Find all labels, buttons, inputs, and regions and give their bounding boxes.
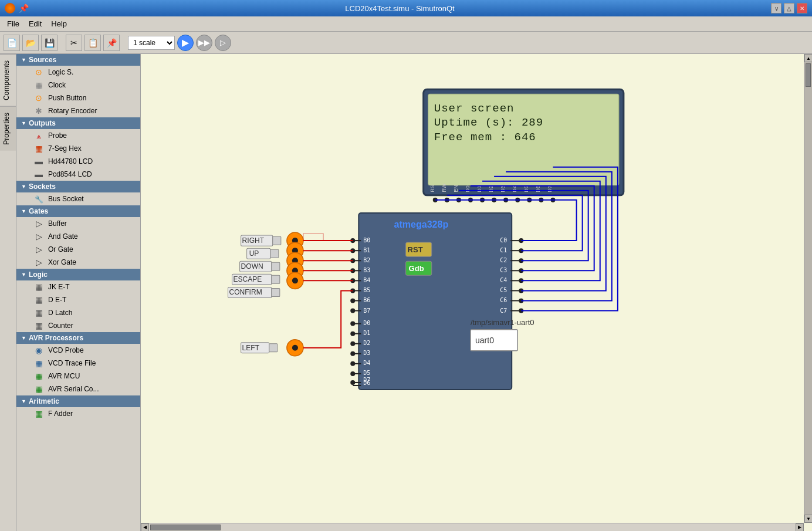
category-gates[interactable]: Gates <box>16 205 140 217</box>
svg-point-61 <box>350 309 355 313</box>
vscroll-track[interactable] <box>804 62 812 515</box>
svg-text:RS: RS <box>429 185 435 192</box>
svg-rect-107 <box>273 236 281 245</box>
svg-text:C6: C6 <box>500 297 507 303</box>
svg-text:D4: D4 <box>363 360 370 366</box>
svg-point-69 <box>350 351 355 356</box>
category-avr[interactable]: AVR Processors <box>16 332 140 344</box>
svg-text:D0: D0 <box>363 320 370 326</box>
separator2 <box>122 35 126 51</box>
svg-text:EN: EN <box>453 185 459 192</box>
svg-rect-122 <box>269 344 278 352</box>
app-icon <box>5 3 15 13</box>
item-push-button[interactable]: Push Button <box>16 92 140 104</box>
and-icon <box>33 232 45 241</box>
svg-text:atmega328p: atmega328p <box>394 219 449 229</box>
item-avr-mcu[interactable]: AVR MCU <box>16 370 140 383</box>
save-button[interactable]: 💾 <box>41 35 57 51</box>
window-title: LCD20x4Test.simu - SimutronQt <box>29 4 771 13</box>
vscroll-thumb[interactable] <box>806 63 811 87</box>
item-logic-s[interactable]: Logic S. <box>16 66 140 79</box>
item-rotary-encoder[interactable]: Rotary Encoder <box>16 104 140 117</box>
item-counter[interactable]: Counter <box>16 319 140 332</box>
svg-point-67 <box>350 341 355 346</box>
svg-text:B5: B5 <box>363 287 370 293</box>
minimize-button[interactable]: ∨ <box>771 3 781 13</box>
new-button[interactable]: 📄 <box>4 35 20 51</box>
item-or-gate[interactable]: Or Gate <box>16 243 140 256</box>
svg-text:CONFIRM: CONFIRM <box>229 288 262 296</box>
svg-point-65 <box>350 332 355 336</box>
item-clock[interactable]: Clock <box>16 79 140 92</box>
svg-text:B1: B1 <box>363 247 370 253</box>
scale-selector[interactable]: 1 scale 2 scale 0.5 scale <box>128 36 175 50</box>
item-vcd-probe[interactable]: VCD Probe <box>16 344 140 357</box>
item-avr-serial[interactable]: AVR Serial Co... <box>16 383 140 395</box>
hscroll-right[interactable]: ▶ <box>796 523 804 532</box>
f-adder-icon <box>33 409 45 418</box>
svg-rect-113 <box>272 262 280 270</box>
svg-point-132 <box>292 278 298 283</box>
step-button[interactable]: ▶▶ <box>196 35 212 51</box>
item-and-gate[interactable]: And Gate <box>16 230 140 243</box>
cut-button[interactable]: ✂ <box>66 35 82 51</box>
svg-rect-28 <box>358 213 512 390</box>
component-panel: Sources Logic S. Clock Push Button Rotar… <box>16 54 141 531</box>
xor-icon <box>33 258 45 267</box>
menubar: File Edit Help <box>0 16 812 32</box>
svg-text:B7: B7 <box>363 307 370 314</box>
play-button[interactable]: ▶ <box>177 35 194 51</box>
maximize-button[interactable]: △ <box>784 3 794 13</box>
item-d-et[interactable]: D E-T <box>16 293 140 306</box>
stop-button[interactable]: ▷ <box>215 35 231 51</box>
tab-properties[interactable]: Properties <box>0 106 16 151</box>
svg-text:C0: C0 <box>500 237 507 243</box>
avr-serial-icon <box>33 384 45 394</box>
menu-file[interactable]: File <box>2 18 24 29</box>
vertical-scrollbar[interactable]: ▲ ▼ <box>804 54 812 523</box>
svg-text:uart0: uart0 <box>475 336 494 345</box>
category-sources[interactable]: Sources <box>16 54 140 66</box>
hscroll-left[interactable]: ◀ <box>141 523 149 532</box>
category-sockets[interactable]: Sockets <box>16 181 140 192</box>
item-probe[interactable]: Probe <box>16 129 140 142</box>
item-7seg-hex[interactable]: 7-Seg Hex <box>16 142 140 155</box>
menu-help[interactable]: Help <box>46 18 72 29</box>
open-button[interactable]: 📂 <box>22 35 39 51</box>
item-pcd8544[interactable]: Pcd8544 LCD <box>16 168 140 181</box>
svg-text:D1: D1 <box>476 185 482 192</box>
item-vcd-trace[interactable]: VCD Trace File <box>16 357 140 370</box>
horizontal-scrollbar[interactable]: ◀ ▶ <box>141 523 804 531</box>
svg-text:D7: D7 <box>363 377 370 383</box>
item-f-adder[interactable]: F Adder <box>16 407 140 420</box>
menu-edit[interactable]: Edit <box>24 18 46 29</box>
svg-text:ESCAPE: ESCAPE <box>234 275 262 283</box>
svg-text:D5: D5 <box>523 185 529 192</box>
category-logic[interactable]: Logic <box>16 269 140 280</box>
svg-rect-119 <box>272 288 280 296</box>
tab-components[interactable]: Components <box>0 54 16 106</box>
hscroll-track[interactable] <box>149 523 796 532</box>
svg-text:D0: D0 <box>465 185 471 192</box>
vcd-trace-icon <box>33 358 45 368</box>
vscroll-down[interactable]: ▼ <box>804 515 812 523</box>
item-bus-socket[interactable]: Bus Socket <box>16 192 140 205</box>
svg-text:LEFT: LEFT <box>242 344 260 352</box>
rotary-icon <box>33 106 45 116</box>
item-buffer[interactable]: Buffer <box>16 217 140 230</box>
svg-text:B0: B0 <box>363 237 370 243</box>
item-d-latch[interactable]: D Latch <box>16 306 140 319</box>
canvas-area[interactable]: User screen Uptime (s): 289 Free mem : 6… <box>141 54 812 531</box>
item-xor-gate[interactable]: Xor Gate <box>16 256 140 269</box>
item-hd44780[interactable]: Hd44780 LCD <box>16 155 140 168</box>
hscroll-thumb[interactable] <box>150 525 221 530</box>
vscroll-up[interactable]: ▲ <box>804 54 812 62</box>
copy-button[interactable]: 📋 <box>84 35 101 51</box>
item-jk-et[interactable]: JK E-T <box>16 280 140 293</box>
bus-icon <box>33 194 45 204</box>
svg-text:D2: D2 <box>363 340 370 346</box>
close-button[interactable]: ✕ <box>797 3 807 13</box>
category-aritmetic[interactable]: Aritmetic <box>16 395 140 407</box>
paste-button[interactable]: 📌 <box>103 35 120 51</box>
category-outputs[interactable]: Outputs <box>16 117 140 129</box>
